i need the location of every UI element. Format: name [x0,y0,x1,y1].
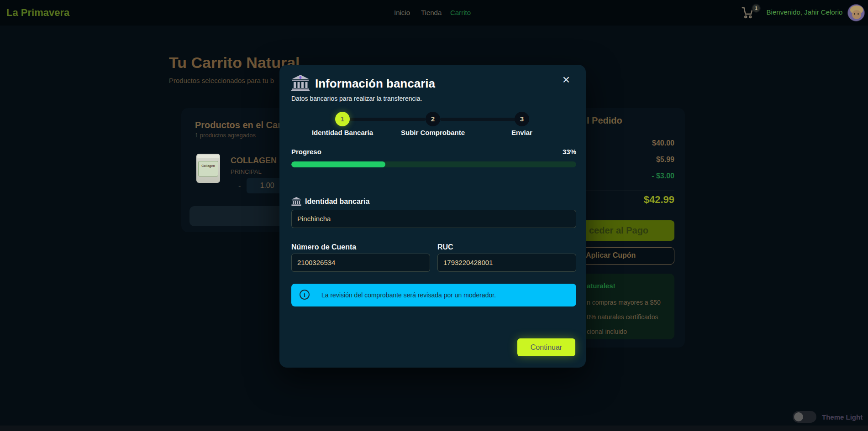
brand-logo[interactable]: La Primavera [6,7,69,19]
apply-coupon-label: Aplicar Cupón [586,251,636,260]
ruc-input[interactable]: 1793220428001 [437,254,576,272]
theme-toggle-knob [794,412,803,421]
info-alert: i La revisión del comprobante será revis… [291,284,576,306]
step-1-label: Identidad Bancaria [301,129,384,136]
quantity-decrease-button[interactable]: - [238,182,241,190]
info-icon: i [300,290,310,300]
avatar-eye [857,13,859,15]
products-card-subheading: 1 productos agregados [195,132,256,139]
step-3-label: Enviar [481,129,563,136]
account-number-label: Número de Cuenta [291,243,356,251]
product-jar-text: Collagen [199,164,218,167]
summary-subtotal-value: $40.00 [587,139,674,147]
info-alert-text: La revisión del comprobante será revisad… [321,291,496,299]
progress-bar [291,161,576,167]
footer-bar [0,426,868,431]
bank-info-modal: Información bancaria × Datos bancarios p… [279,65,586,368]
progress-percent: 33% [531,148,576,156]
product-name: COLLAGEN F [231,156,284,166]
avatar[interactable] [847,4,865,21]
bank-icon [291,75,310,91]
summary-shipping-value: $5.99 [587,156,674,164]
step-2-label: Subir Comprobante [392,129,474,136]
avatar-face [852,10,861,19]
product-jar-label: Collagen [198,161,218,177]
summary-total-value: $42.99 [587,194,674,206]
product-jar-lid [197,155,219,158]
user-greeting: Bienvenido, Jahir Celorio [763,8,846,16]
step-connector-1 [342,118,426,121]
theme-label: Theme Light [822,413,863,421]
nav-link-inicio[interactable]: Inicio [394,9,410,16]
step-connector-2 [440,118,523,121]
step-2-circle: 2 [426,112,440,126]
account-number-input[interactable]: 2100326534 [291,254,430,272]
promo-line-1: n compras mayores a $50 [587,299,661,306]
modal-subtitle: Datos bancarios para realizar la transfe… [291,95,422,102]
step-3-circle: 3 [515,112,529,126]
navbar: La Primavera Inicio Tienda Carrito 1 Bie… [0,0,868,26]
step-1-circle: 1 [335,112,350,126]
nav-link-carrito[interactable]: Carrito [450,9,471,16]
page-subtitle: Productos seleccionados para tu b [169,77,274,84]
theme-toggle[interactable] [793,411,816,423]
promo-line-2: 0% naturales certificados [587,313,658,321]
summary-discount-value: - $3.00 [587,172,674,180]
cart-count-badge: 1 [752,4,761,13]
bank-field-icon [291,197,301,206]
page: La Primavera Inicio Tienda Carrito 1 Bie… [0,0,868,431]
product-image: Collagen [196,154,220,183]
progress-bar-fill [291,161,385,167]
nav-link-tienda[interactable]: Tienda [421,9,442,16]
progress-label: Progreso [291,148,321,156]
ruc-label: RUC [437,243,453,251]
bank-field-label: Identidad bancaria [305,197,369,206]
bank-name-input[interactable]: Pinchincha [291,210,576,228]
promo-line-3: cional incluido [587,328,627,335]
close-icon[interactable]: × [559,73,573,88]
product-variant: PRINCIPAL [231,168,262,175]
summary-heading: l Pedido [587,115,622,126]
modal-title: Información bancaria [315,77,435,91]
avatar-eye [854,13,855,15]
promo-title: aturales! [587,282,615,290]
proceed-to-payment-label: ceder al Pago [589,225,648,236]
continue-button[interactable]: Continuar [517,338,575,356]
